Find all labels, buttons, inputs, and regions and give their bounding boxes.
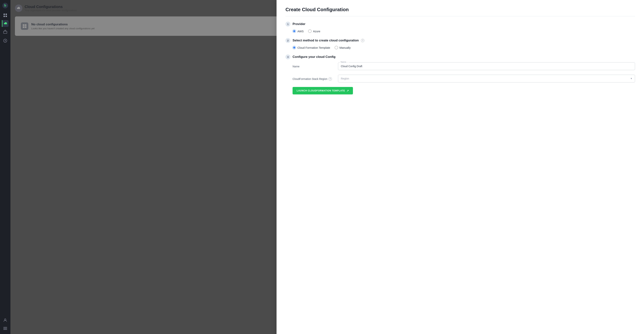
svg-rect-3	[6, 14, 7, 15]
method-radio-group: Cloud Formation Template Manually	[286, 46, 635, 49]
region-form-row: CloudFormation Stack Region ? Region us-…	[292, 75, 635, 82]
sidebar-item-help[interactable]: ?	[2, 37, 8, 44]
method-manually-radio[interactable]	[335, 46, 338, 49]
modal-title: Create Cloud Configuration	[286, 7, 635, 17]
svg-rect-4	[4, 16, 5, 17]
modal-panel: Create Cloud Configuration 1 Provider AW…	[276, 0, 644, 334]
sidebar-item-packages[interactable]	[2, 28, 8, 35]
step-provider: 1 Provider AWS Azure	[286, 22, 635, 33]
provider-azure-label[interactable]: Azure	[308, 30, 320, 33]
name-form-control: Name...	[338, 62, 635, 70]
sidebar-item-cloud[interactable]	[2, 20, 8, 27]
step2-number: 2	[286, 38, 290, 43]
name-label: Name	[292, 62, 334, 68]
svg-point-9	[4, 319, 6, 320]
app-logo: b	[2, 2, 8, 9]
provider-aws-label[interactable]: AWS	[292, 30, 304, 33]
step3-title: Configure your cloud Config	[292, 55, 336, 59]
method-manually-label[interactable]: Manually	[335, 46, 351, 49]
step-configure: 3 Configure your cloud Config Name Name.…	[286, 55, 635, 94]
provider-azure-text: Azure	[313, 30, 320, 33]
svg-rect-6	[4, 31, 7, 33]
svg-rect-11	[3, 328, 7, 328]
launch-cloudformation-button[interactable]: LAUNCH CLOUDFORMATION TEMPLATE ↗	[292, 87, 353, 94]
step2-title: Select method to create cloud configurat…	[292, 39, 359, 42]
step3-header: 3 Configure your cloud Config	[286, 55, 635, 59]
sidebar-item-user[interactable]	[2, 317, 8, 323]
step1-title: Provider	[292, 22, 306, 26]
sidebar-item-menu[interactable]	[2, 325, 8, 332]
step1-number: 1	[286, 22, 290, 27]
method-cloudformation-radio[interactable]	[292, 46, 296, 49]
region-select[interactable]: Region us-east-1 us-west-2 eu-west-1	[338, 75, 635, 82]
svg-text:b: b	[4, 4, 6, 7]
provider-aws-text: AWS	[298, 30, 304, 33]
name-input[interactable]	[338, 62, 635, 70]
svg-rect-5	[6, 16, 7, 17]
step2-header: 2 Select method to create cloud configur…	[286, 38, 635, 43]
form-section: Name Name... CloudFormation Stack Region…	[286, 62, 635, 94]
sidebar: b ?	[0, 0, 10, 334]
sidebar-bottom	[2, 317, 8, 332]
step2-help-icon[interactable]: ?	[361, 39, 364, 42]
main-content: Cloud Configurations Your organization's…	[10, 0, 644, 334]
provider-aws-radio[interactable]	[292, 30, 296, 33]
svg-text:?: ?	[4, 40, 6, 42]
step-method: 2 Select method to create cloud configur…	[286, 38, 635, 49]
provider-azure-radio[interactable]	[308, 30, 312, 33]
svg-rect-12	[3, 329, 7, 330]
region-help-icon[interactable]: ?	[328, 77, 332, 81]
method-cloudformation-text: Cloud Formation Template	[298, 46, 330, 49]
svg-rect-10	[3, 327, 7, 327]
launch-button-label: LAUNCH CLOUDFORMATION TEMPLATE	[297, 89, 345, 92]
provider-radio-group: AWS Azure	[286, 30, 635, 33]
region-label-text: CloudFormation Stack Region	[292, 77, 328, 80]
external-link-icon: ↗	[346, 89, 349, 92]
method-cloudformation-label[interactable]: Cloud Formation Template	[292, 46, 330, 49]
method-manually-text: Manually	[340, 46, 351, 49]
svg-rect-2	[4, 14, 5, 15]
sidebar-item-dashboard[interactable]	[2, 12, 8, 19]
name-float-label: Name...	[340, 61, 349, 63]
region-label: CloudFormation Stack Region ?	[292, 75, 334, 81]
step3-number: 3	[286, 55, 290, 59]
step1-header: 1 Provider	[286, 22, 635, 27]
name-form-row: Name Name...	[292, 62, 635, 70]
modal-overlay: Create Cloud Configuration 1 Provider AW…	[10, 0, 644, 334]
region-select-wrapper: Region us-east-1 us-west-2 eu-west-1 ▼	[338, 75, 635, 82]
